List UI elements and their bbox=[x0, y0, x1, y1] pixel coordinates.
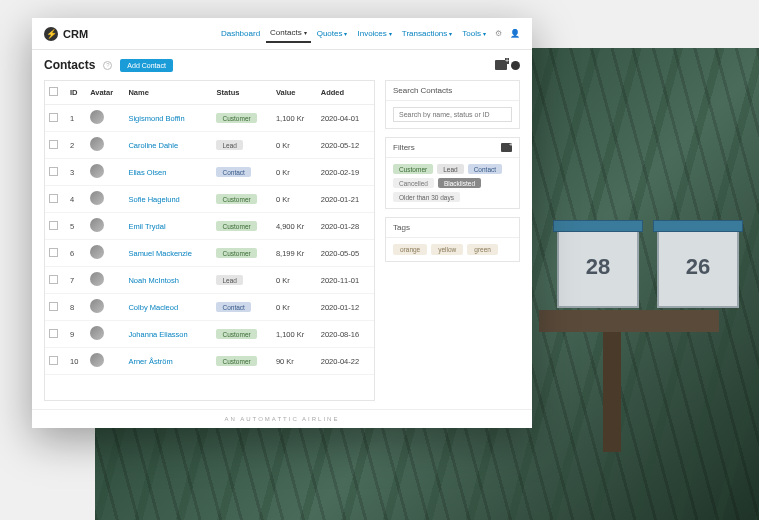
contacts-table: IDAvatarNameStatusValueAdded 1Sigismond … bbox=[45, 81, 374, 375]
user-icon[interactable]: 👤 bbox=[510, 29, 520, 39]
row-checkbox[interactable] bbox=[49, 194, 58, 203]
tag-green[interactable]: green bbox=[467, 244, 498, 255]
add-filter-icon[interactable] bbox=[501, 143, 512, 152]
chevron-down-icon: ▾ bbox=[483, 30, 486, 37]
cell-added: 2020-02-19 bbox=[317, 159, 374, 186]
avatar bbox=[90, 326, 104, 340]
nav-item-transactions[interactable]: Transactions▾ bbox=[398, 25, 457, 42]
column-header[interactable]: ID bbox=[66, 81, 86, 105]
chevron-down-icon: ▾ bbox=[304, 29, 307, 36]
filter-cancelled[interactable]: Cancelled bbox=[393, 178, 434, 188]
header-actions bbox=[495, 60, 520, 70]
contact-name-link[interactable]: Johanna Eliasson bbox=[128, 330, 187, 339]
brand-text: CRM bbox=[63, 28, 88, 40]
nav-item-quotes[interactable]: Quotes▾ bbox=[313, 25, 352, 42]
brand: ⚡ CRM bbox=[44, 27, 88, 41]
cell-id: 5 bbox=[66, 213, 86, 240]
gear-icon[interactable]: ⚙ bbox=[495, 29, 505, 39]
contact-name-link[interactable]: Arner Åström bbox=[128, 357, 172, 366]
nav-item-tools[interactable]: Tools▾ bbox=[458, 25, 490, 42]
card-view-icon[interactable] bbox=[495, 60, 507, 70]
row-checkbox[interactable] bbox=[49, 329, 58, 338]
add-contact-button[interactable]: Add Contact bbox=[120, 59, 173, 72]
column-header[interactable]: Value bbox=[272, 81, 317, 105]
table-row: 6Samuel MackenzieCustomer8,199 Kr2020-05… bbox=[45, 240, 374, 267]
status-badge: Customer bbox=[216, 356, 256, 366]
contact-name-link[interactable]: Noah McIntosh bbox=[128, 276, 178, 285]
contact-name-link[interactable]: Colby Macleod bbox=[128, 303, 178, 312]
chevron-down-icon: ▾ bbox=[449, 30, 452, 37]
avatar bbox=[90, 191, 104, 205]
row-checkbox[interactable] bbox=[49, 167, 58, 176]
avatar bbox=[90, 137, 104, 151]
topbar: ⚡ CRM DashboardContacts▾Quotes▾Invoices▾… bbox=[32, 18, 532, 50]
filter-lead[interactable]: Lead bbox=[437, 164, 463, 174]
status-badge: Customer bbox=[216, 329, 256, 339]
row-checkbox[interactable] bbox=[49, 221, 58, 230]
cell-added: 2020-04-22 bbox=[317, 348, 374, 375]
status-badge: Lead bbox=[216, 140, 242, 150]
select-all-checkbox[interactable] bbox=[49, 87, 58, 96]
mailboxes-decor: 28 26 bbox=[557, 230, 739, 308]
table-row: 9Johanna EliassonCustomer1,100 Kr2020-08… bbox=[45, 321, 374, 348]
post-decor bbox=[539, 310, 719, 332]
cell-added: 2020-04-01 bbox=[317, 105, 374, 132]
contact-name-link[interactable]: Caroline Dahle bbox=[128, 141, 178, 150]
filter-customer[interactable]: Customer bbox=[393, 164, 433, 174]
search-panel-title: Search Contacts bbox=[386, 81, 519, 101]
tag-yellow[interactable]: yellow bbox=[431, 244, 463, 255]
table-row: 5Emil TrydalCustomer4,900 Kr2020-01-28 bbox=[45, 213, 374, 240]
nav-item-dashboard[interactable]: Dashboard bbox=[217, 25, 264, 42]
row-checkbox[interactable] bbox=[49, 140, 58, 149]
settings-icon[interactable] bbox=[511, 61, 520, 70]
filter-blacklisted[interactable]: Blacklisted bbox=[438, 178, 481, 188]
contact-name-link[interactable]: Emil Trydal bbox=[128, 222, 165, 231]
table-row: 10Arner ÅströmCustomer90 Kr2020-04-22 bbox=[45, 348, 374, 375]
cell-value: 0 Kr bbox=[272, 132, 317, 159]
avatar bbox=[90, 164, 104, 178]
contact-name-link[interactable]: Elias Olsen bbox=[128, 168, 166, 177]
filter-older[interactable]: Older than 30 days bbox=[393, 192, 460, 202]
cell-id: 4 bbox=[66, 186, 86, 213]
nav-item-invoices[interactable]: Invoices▾ bbox=[353, 25, 395, 42]
cell-value: 4,900 Kr bbox=[272, 213, 317, 240]
avatar bbox=[90, 272, 104, 286]
cell-added: 2020-01-28 bbox=[317, 213, 374, 240]
avatar bbox=[90, 353, 104, 367]
row-checkbox[interactable] bbox=[49, 113, 58, 122]
column-header[interactable]: Avatar bbox=[86, 81, 124, 105]
tag-orange[interactable]: orange bbox=[393, 244, 427, 255]
contact-name-link[interactable]: Sigismond Boffin bbox=[128, 114, 184, 123]
brand-logo-icon: ⚡ bbox=[44, 27, 58, 41]
cell-added: 2020-05-05 bbox=[317, 240, 374, 267]
cell-value: 0 Kr bbox=[272, 267, 317, 294]
cell-added: 2020-01-12 bbox=[317, 294, 374, 321]
contact-name-link[interactable]: Samuel Mackenzie bbox=[128, 249, 191, 258]
avatar bbox=[90, 218, 104, 232]
row-checkbox[interactable] bbox=[49, 275, 58, 284]
page-title: Contacts bbox=[44, 58, 95, 72]
tags-panel: Tags orangeyellowgreen bbox=[385, 217, 520, 262]
cell-id: 6 bbox=[66, 240, 86, 267]
table-row: 3Elias OlsenContact0 Kr2020-02-19 bbox=[45, 159, 374, 186]
contact-name-link[interactable]: Sofie Hagelund bbox=[128, 195, 179, 204]
cell-value: 1,100 Kr bbox=[272, 105, 317, 132]
post-decor-2 bbox=[603, 332, 621, 452]
search-input[interactable] bbox=[393, 107, 512, 122]
info-icon[interactable]: ? bbox=[103, 61, 112, 70]
status-badge: Contact bbox=[216, 302, 250, 312]
column-header[interactable]: Name bbox=[124, 81, 212, 105]
nav-item-contacts[interactable]: Contacts▾ bbox=[266, 24, 311, 43]
contacts-table-panel: IDAvatarNameStatusValueAdded 1Sigismond … bbox=[44, 80, 375, 401]
row-checkbox[interactable] bbox=[49, 356, 58, 365]
column-header[interactable]: Status bbox=[212, 81, 271, 105]
filter-contact[interactable]: Contact bbox=[468, 164, 502, 174]
column-header[interactable]: Added bbox=[317, 81, 374, 105]
cell-value: 1,100 Kr bbox=[272, 321, 317, 348]
row-checkbox[interactable] bbox=[49, 302, 58, 311]
status-badge: Customer bbox=[216, 221, 256, 231]
avatar bbox=[90, 299, 104, 313]
row-checkbox[interactable] bbox=[49, 248, 58, 257]
page-header: Contacts ? Add Contact bbox=[32, 50, 532, 80]
table-row: 7Noah McIntoshLead0 Kr2020-11-01 bbox=[45, 267, 374, 294]
